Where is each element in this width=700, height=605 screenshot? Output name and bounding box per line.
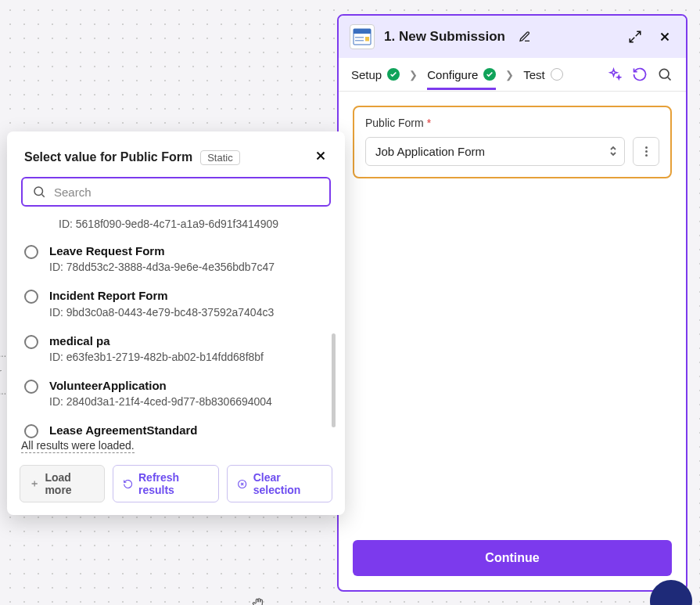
svg-point-5 bbox=[659, 69, 669, 78]
refresh-results-button[interactable]: Refresh results bbox=[113, 465, 220, 502]
undo-icon[interactable] bbox=[631, 66, 648, 83]
radio-icon[interactable] bbox=[24, 424, 38, 438]
option-name: Leave Request Form bbox=[49, 243, 275, 259]
panel-header: 1. New Submission bbox=[339, 16, 686, 58]
select-value-popover: Select value for Public Form Static ID: … bbox=[7, 131, 345, 515]
option-name: VolunteerApplication bbox=[49, 378, 272, 394]
field-label-text: Public Form bbox=[365, 117, 424, 129]
option-id-text: ID: 5618f090-9ed8-4c71-a1a9-6d91f3414909 bbox=[23, 211, 334, 239]
public-form-select[interactable]: Job Application Form bbox=[365, 137, 625, 166]
cropped-edge-text: ... r ... bbox=[0, 344, 6, 401]
option-name: medical pa bbox=[49, 333, 264, 349]
search-icon bbox=[32, 185, 46, 199]
radio-icon[interactable] bbox=[24, 380, 38, 394]
continue-button[interactable]: Continue bbox=[353, 540, 672, 576]
chevron-right-icon: ❯ bbox=[505, 69, 514, 88]
radio-icon[interactable] bbox=[24, 245, 38, 259]
svg-rect-1 bbox=[354, 29, 371, 34]
results-footer-text: All results were loaded. bbox=[21, 439, 135, 453]
option-name: Lease AgreementStandard bbox=[49, 423, 262, 438]
tab-configure[interactable]: Configure bbox=[427, 68, 496, 89]
hand-cursor-icon bbox=[252, 596, 264, 605]
tab-setup-label: Setup bbox=[351, 68, 382, 81]
option-row[interactable]: Incident Report Form ID: 9bd3c0a8-0443-4… bbox=[23, 284, 334, 329]
radio-icon[interactable] bbox=[24, 290, 38, 304]
clear-icon bbox=[237, 478, 247, 490]
load-more-label: Load more bbox=[45, 471, 94, 496]
options-list: ID: 5618f090-9ed8-4c71-a1a9-6d91f3414909… bbox=[7, 208, 345, 438]
edit-title-button[interactable] bbox=[515, 27, 535, 47]
field-more-button[interactable] bbox=[633, 137, 659, 166]
config-panel: 1. New Submission Setup ❯ Configure ❯ Te bbox=[337, 14, 687, 592]
option-id: ID: 2840d3a1-21f4-4ced-9d77-8b8306694004 bbox=[49, 395, 272, 408]
chevron-right-icon: ❯ bbox=[409, 69, 418, 88]
sparkle-icon[interactable] bbox=[606, 66, 623, 83]
search-input-wrap[interactable] bbox=[21, 177, 331, 207]
option-id: ID: e63fe3b1-2719-482b-ab02-b14fdd68f8bf bbox=[49, 351, 264, 363]
search-input[interactable] bbox=[54, 185, 320, 199]
radio-icon[interactable] bbox=[24, 335, 38, 349]
check-icon bbox=[483, 68, 496, 81]
static-badge: Static bbox=[200, 150, 240, 165]
search-step-icon[interactable] bbox=[656, 66, 673, 83]
required-star-icon: * bbox=[427, 117, 431, 129]
public-form-field: Public Form * Job Application Form bbox=[353, 106, 672, 178]
clear-selection-button[interactable]: Clear selection bbox=[227, 465, 332, 502]
option-name: Incident Report Form bbox=[49, 288, 274, 304]
results-footer-note: All results were loaded. bbox=[7, 438, 345, 459]
panel-footer: Continue bbox=[339, 529, 686, 590]
option-row[interactable]: medical pa ID: e63fe3b1-2719-482b-ab02-b… bbox=[23, 330, 334, 374]
option-row[interactable]: Leave Request Form ID: 78dd53c2-3888-4d3… bbox=[23, 239, 334, 284]
popover-header: Select value for Public Form Static bbox=[7, 131, 345, 177]
svg-rect-3 bbox=[355, 40, 364, 41]
option-id: ID: 9bd3c0a8-0443-4e79-bc48-37592a7404c3 bbox=[49, 306, 274, 319]
option-row[interactable]: Lease AgreementStandard ID: af213574-7f8… bbox=[23, 419, 334, 438]
panel-title: 1. New Submission bbox=[384, 29, 505, 45]
config-body: Public Form * Job Application Form bbox=[339, 92, 686, 529]
tab-test[interactable]: Test bbox=[523, 68, 563, 89]
tab-configure-label: Configure bbox=[427, 68, 478, 81]
option-id: ID: 78dd53c2-3888-4d3a-9e6e-4e356bdb7c47 bbox=[49, 261, 275, 273]
load-more-button[interactable]: Load more bbox=[20, 465, 105, 502]
select-caret-icon bbox=[608, 145, 618, 159]
scrollbar-thumb[interactable] bbox=[332, 333, 336, 427]
svg-rect-2 bbox=[355, 37, 364, 38]
plus-icon bbox=[30, 478, 39, 489]
expand-button[interactable] bbox=[625, 27, 645, 47]
tab-test-label: Test bbox=[523, 68, 545, 81]
tab-setup[interactable]: Setup bbox=[351, 68, 400, 89]
check-icon bbox=[387, 68, 400, 81]
refresh-icon bbox=[123, 478, 133, 490]
clear-label: Clear selection bbox=[253, 471, 322, 496]
status-empty-icon bbox=[551, 68, 563, 81]
popover-actions: Load more Refresh results Clear selectio… bbox=[7, 459, 345, 515]
close-panel-button[interactable] bbox=[655, 27, 675, 47]
refresh-label: Refresh results bbox=[138, 471, 209, 496]
svg-point-6 bbox=[34, 187, 43, 196]
svg-rect-4 bbox=[365, 37, 369, 41]
option-row[interactable]: VolunteerApplication ID: 2840d3a1-21f4-4… bbox=[23, 374, 334, 419]
step-tabs: Setup ❯ Configure ❯ Test bbox=[339, 58, 686, 92]
close-popover-button[interactable] bbox=[314, 149, 328, 166]
select-value: Job Application Form bbox=[375, 145, 485, 158]
popover-title: Select value for Public Form bbox=[24, 150, 192, 164]
field-label: Public Form * bbox=[365, 117, 659, 129]
form-app-icon bbox=[350, 24, 375, 49]
